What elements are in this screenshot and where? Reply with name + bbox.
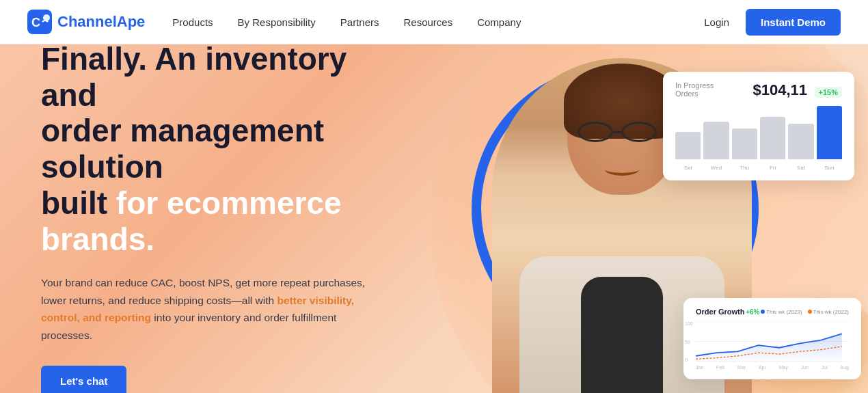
lets-chat-button[interactable]: Let's chat <box>41 366 126 393</box>
x-label-jun: Jun <box>801 365 809 370</box>
bar-wed <box>703 122 729 159</box>
person-shirt-inner <box>581 277 663 393</box>
chart-top-header: In Progress Orders $104,11 +15% <box>675 81 842 99</box>
nav-right: Login Instant Demo <box>704 9 841 36</box>
person-glasses <box>578 121 666 143</box>
y-axis-labels: 100 50 0 <box>685 321 693 362</box>
instant-demo-button[interactable]: Instant Demo <box>746 9 841 36</box>
x-label-jan: Jan <box>696 365 703 370</box>
bar-label-fri: Fri <box>760 165 785 171</box>
bar-label-sat1: Sat <box>675 165 701 171</box>
bar-chart-labels: Sat Wed Thu Fri Sat Sun <box>675 165 842 171</box>
line-chart-svg <box>696 321 849 362</box>
channelape-logo-icon: C <box>27 10 52 34</box>
hero-right-visual: In Progress Orders $104,11 +15% Sat Wed <box>403 44 868 393</box>
hero-headline-highlight: for ecommerce brands. <box>41 185 342 257</box>
brand-name: ChannelApe <box>57 13 145 31</box>
chart-top-value-area: $104,11 +15% <box>753 81 842 99</box>
chart-bottom-header: Order Growth +6% This wk (2023) This wk … <box>696 308 849 316</box>
bar-fri <box>760 117 785 159</box>
nav-company[interactable]: Company <box>477 16 521 28</box>
chart-top-value: $104,11 <box>753 81 808 98</box>
x-label-aug: Aug <box>841 365 849 370</box>
chart-top-badge: +15% <box>815 87 842 98</box>
chart-bottom-title: Order Growth <box>696 308 745 316</box>
x-label-jul: Jul <box>822 365 828 370</box>
hero-headline: Finally. An inventory andorder managemen… <box>41 44 369 258</box>
legend-last-week: This wk (2022) <box>808 309 849 315</box>
x-label-mar: Mar <box>737 365 746 370</box>
order-growth-chart-card: Order Growth +6% This wk (2023) This wk … <box>683 298 861 379</box>
bar-sat2 <box>788 124 813 159</box>
logo[interactable]: C ChannelApe <box>27 10 145 34</box>
hero-content: Finally. An inventory andorder managemen… <box>0 44 410 393</box>
nav-by-responsibility[interactable]: By Responsibility <box>238 16 316 28</box>
nav-links: Products By Responsibility Partners Reso… <box>172 16 704 28</box>
bar-label-sun: Sun <box>817 165 842 171</box>
x-label-feb: Feb <box>716 365 724 370</box>
bar-label-thu: Thu <box>732 165 757 171</box>
nav-products[interactable]: Products <box>172 16 213 28</box>
bar-label-sat2: Sat <box>788 165 813 171</box>
hero-subtext: Your brand can reduce CAC, boost NPS, ge… <box>41 274 369 344</box>
svg-text:C: C <box>31 16 40 29</box>
chart-bottom-legend: This wk (2023) This wk (2022) <box>761 309 849 315</box>
line-chart-x-labels: Jan Feb Mar Apr May Jun Jul Aug <box>696 365 849 370</box>
bar-sun <box>817 106 842 159</box>
x-label-apr: Apr <box>759 365 766 370</box>
login-button[interactable]: Login <box>704 16 729 28</box>
progress-orders-chart-card: In Progress Orders $104,11 +15% Sat Wed <box>663 72 854 180</box>
bar-label-wed: Wed <box>703 165 729 171</box>
x-label-may: May <box>779 365 788 370</box>
nav-partners[interactable]: Partners <box>340 16 379 28</box>
nav-resources[interactable]: Resources <box>403 16 452 28</box>
chart-top-label: In Progress Orders <box>675 81 714 98</box>
bar-sat1 <box>675 132 701 159</box>
line-chart-area: 100 50 0 <box>696 321 849 362</box>
navbar: C ChannelApe Products By Responsibility … <box>0 0 868 44</box>
legend-this-week: This wk (2023) <box>761 309 802 315</box>
bar-chart <box>675 107 842 162</box>
bar-thu <box>732 128 757 159</box>
hero-section: Finally. An inventory andorder managemen… <box>0 44 868 393</box>
chart-bottom-badge1: +6% <box>746 308 759 316</box>
